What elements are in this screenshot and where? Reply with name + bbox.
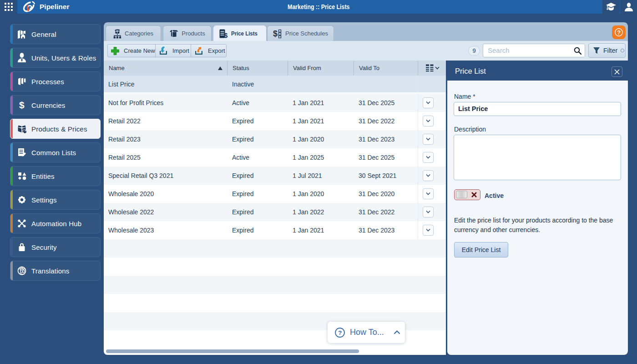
svg-text:$: $ [19, 100, 25, 110]
svg-text:A: A [21, 270, 24, 274]
svg-text:$: $ [224, 31, 228, 39]
svg-text:?: ? [338, 329, 342, 336]
svg-text:?: ? [617, 30, 621, 36]
svg-text:$: $ [273, 29, 278, 38]
